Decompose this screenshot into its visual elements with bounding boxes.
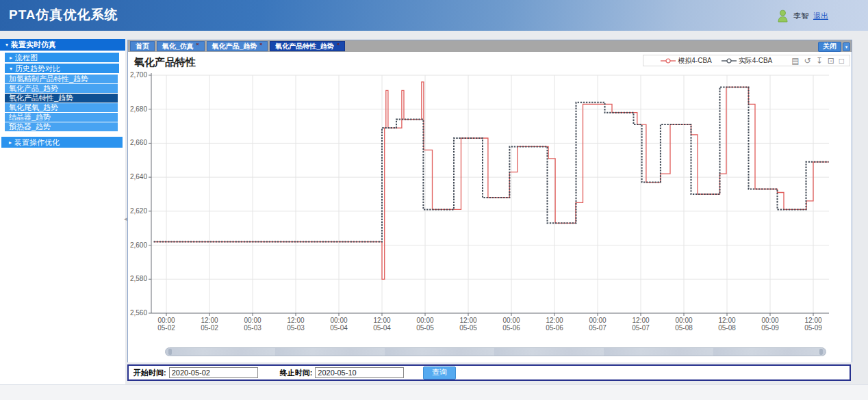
svg-text:12:00: 12:00 [287,317,304,324]
end-time-input[interactable] [315,367,404,378]
end-time-label: 终止时间: [280,368,313,378]
datazoom-right-handle[interactable] [819,349,823,355]
logout-link[interactable]: 退出 [813,11,828,21]
sidebar-item-trend[interactable]: 预热器_趋势 [5,122,118,131]
svg-text:00:00: 00:00 [157,317,175,324]
svg-text:2,660: 2,660 [130,139,147,146]
svg-text:05-08: 05-08 [718,324,736,332]
svg-text:00:00: 00:00 [244,317,261,324]
svg-text:05-04: 05-04 [330,324,348,332]
close-tab-button[interactable]: 关闭 [818,42,841,52]
svg-text:05-02: 05-02 [157,324,175,332]
svg-text:12:00: 12:00 [459,317,476,324]
user-box: 李智 退出 [777,8,828,23]
svg-text:00:00: 00:00 [589,317,606,324]
svg-text:05-09: 05-09 [761,324,779,332]
sidebar-item-trend[interactable]: 氧化尾氧_趋势 [5,103,118,112]
svg-text:05-04: 05-04 [373,324,391,332]
svg-text:12:00: 12:00 [804,317,821,324]
query-bar: 开始时间: 终止时间: 查询 [127,364,851,381]
start-time-input[interactable] [169,367,258,378]
series-模拟4-CBA [154,82,829,279]
svg-text:05-07: 05-07 [589,324,607,332]
tab-strip: 首页氧化_仿真×氧化产品_趋势×氧化产品特性_趋势× [128,40,852,52]
sidebar-item-trend[interactable]: 氧化产品_趋势 [5,84,118,93]
svg-text:2,620: 2,620 [130,207,147,215]
tab-close-icon[interactable]: × [196,42,199,46]
sidebar-root-item[interactable]: ▾装置实时仿真 [0,39,125,51]
svg-text:12:00: 12:00 [201,317,218,324]
svg-text:05-09: 05-09 [804,324,822,332]
sidebar-item-trend[interactable]: 结晶器_趋势 [5,113,118,122]
datazoom-left-handle[interactable] [168,349,172,355]
series-实际4-CBA [154,87,829,241]
app-title: PTA仿真优化系统 [9,6,118,24]
query-button[interactable]: 查询 [423,366,456,379]
chart-series [154,82,829,279]
svg-text:05-03: 05-03 [244,324,261,332]
svg-text:2,600: 2,600 [130,241,147,249]
triangle-down-icon: ▾ [10,64,12,74]
app-header: PTA仿真优化系统 李智 退出 [0,0,868,31]
svg-text:00:00: 00:00 [675,317,692,324]
svg-text:05-08: 05-08 [675,324,693,332]
svg-text:00:00: 00:00 [502,317,520,324]
user-icon [777,10,789,23]
sidebar-group-item[interactable]: ▾历史趋势对比 [5,64,119,73]
chart-axis-labels: 00:0005-0212:0005-0200:0005-0312:0005-03… [130,71,822,332]
svg-text:00:00: 00:00 [416,317,433,324]
svg-text:05-03: 05-03 [287,324,305,332]
triangle-right-icon: ▸ [9,137,12,148]
triangle-right-icon: ▸ [10,53,12,63]
tab-氧化产品特性_趋势[interactable]: 氧化产品特性_趋势× [270,41,345,51]
svg-text:12:00: 12:00 [546,317,563,324]
main-panel: 首页氧化_仿真×氧化产品_趋势×氧化产品特性_趋势× 关闭 ▾ 氧化产品特性 模… [127,40,852,362]
bottom-strip [0,384,868,400]
chart-panel: 氧化产品特性 模拟4-CBA实际4-CBA ▤↺↧⊡□ 00:0005-0212… [128,52,852,362]
tab-氧化产品_趋势[interactable]: 氧化产品_趋势× [207,41,268,51]
triangle-down-icon: ▾ [5,39,8,51]
datazoom-slider[interactable] [165,347,826,356]
svg-text:00:00: 00:00 [330,317,347,324]
svg-text:05-06: 05-06 [502,324,520,332]
svg-text:12:00: 12:00 [373,317,390,324]
sidebar-bottom-item[interactable]: ▸装置操作优化 [1,137,123,148]
svg-text:12:00: 12:00 [718,317,735,324]
svg-text:05-07: 05-07 [632,324,650,332]
svg-text:2,640: 2,640 [130,173,147,181]
tab-more-button[interactable]: ▾ [843,42,850,51]
sidebar-collapse-icon[interactable]: ◂ [124,215,127,222]
svg-text:05-02: 05-02 [201,324,218,332]
svg-text:05-06: 05-06 [546,324,563,332]
tab-氧化_仿真[interactable]: 氧化_仿真× [157,41,205,51]
tab-close-icon[interactable]: × [337,42,340,46]
svg-text:05-05: 05-05 [459,324,477,332]
tab-首页[interactable]: 首页 [130,41,155,51]
start-time-label: 开始时间: [133,368,166,378]
sidebar-group-item[interactable]: ▸流程图 [5,53,119,62]
trend-chart[interactable]: 00:0005-0212:0005-0200:0005-0312:0005-03… [128,52,852,346]
svg-text:05-05: 05-05 [416,324,434,332]
tab-close-icon[interactable]: × [259,42,262,46]
svg-text:2,680: 2,680 [130,105,147,113]
sidebar: ▾装置实时仿真▸流程图▾历史趋势对比加氢精制产品特性_趋势氧化产品_趋势氧化产品… [0,39,125,399]
sidebar-item-trend[interactable]: 氧化产品特性_趋势 [5,94,118,103]
chart-gridlines [151,75,829,313]
svg-text:2,700: 2,700 [130,71,147,79]
username: 李智 [793,11,808,21]
svg-text:2,580: 2,580 [130,275,147,282]
sidebar-item-trend[interactable]: 加氢精制产品特性_趋势 [5,75,118,83]
svg-text:12:00: 12:00 [632,317,649,324]
tab-strip-right: 关闭 ▾ [818,42,850,52]
svg-text:00:00: 00:00 [761,317,778,324]
svg-text:2,560: 2,560 [130,309,147,317]
